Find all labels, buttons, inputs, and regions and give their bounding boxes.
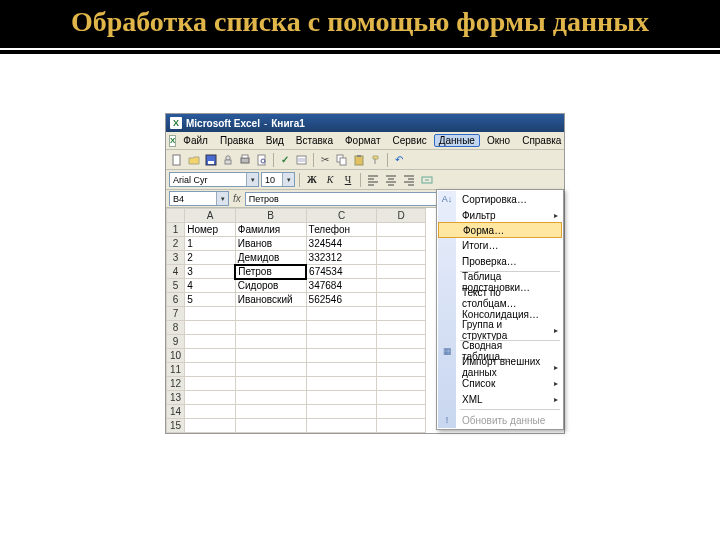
sheet-table[interactable]: A B C D 1НомерФамилияТелефон 21Иванов324… bbox=[166, 208, 426, 433]
toolbar-sep-2 bbox=[313, 153, 314, 167]
open-icon[interactable] bbox=[186, 152, 202, 168]
cut-icon[interactable]: ✂ bbox=[317, 152, 333, 168]
toolbar-sep-4 bbox=[299, 173, 300, 187]
menu-text-cols[interactable]: Текст по столбцам… bbox=[438, 290, 562, 306]
copy-icon[interactable] bbox=[334, 152, 350, 168]
size-combo[interactable]: 10 ▾ bbox=[261, 172, 295, 187]
pivot-icon: ▦ bbox=[441, 345, 453, 357]
chevron-down-icon[interactable]: ▾ bbox=[282, 173, 294, 186]
menu-window[interactable]: Окно bbox=[482, 134, 515, 147]
underline-button[interactable]: Ч bbox=[340, 172, 356, 188]
align-left-icon[interactable] bbox=[365, 172, 381, 188]
menubar[interactable]: X Файл Правка Вид Вставка Формат Сервис … bbox=[166, 132, 564, 150]
menu-file[interactable]: Файл bbox=[178, 134, 213, 147]
svg-rect-2 bbox=[208, 161, 214, 164]
table-row[interactable]: 1НомерФамилияТелефон bbox=[167, 223, 426, 237]
menu-form[interactable]: Форма… bbox=[438, 222, 562, 238]
refresh-icon: ! bbox=[441, 414, 453, 426]
select-all-corner[interactable] bbox=[167, 209, 185, 223]
menu-help[interactable]: Справка bbox=[517, 134, 566, 147]
menu-validate[interactable]: Проверка… bbox=[438, 253, 562, 269]
format-toolbar: Arial Cyr ▾ 10 ▾ Ж К Ч bbox=[166, 170, 564, 190]
menu-group[interactable]: Группа и структура ▸ bbox=[438, 322, 562, 338]
svg-rect-12 bbox=[355, 156, 363, 165]
col-header-a[interactable]: A bbox=[185, 209, 236, 223]
menu-edit[interactable]: Правка bbox=[215, 134, 259, 147]
toolbar-sep bbox=[273, 153, 274, 167]
font-combo[interactable]: Arial Cyr ▾ bbox=[169, 172, 259, 187]
bold-button[interactable]: Ж bbox=[304, 172, 320, 188]
italic-button[interactable]: К bbox=[322, 172, 338, 188]
submenu-arrow-icon: ▸ bbox=[554, 379, 558, 388]
slide-underline bbox=[0, 50, 720, 54]
menu-format[interactable]: Формат bbox=[340, 134, 386, 147]
menu-insert[interactable]: Вставка bbox=[291, 134, 338, 147]
svg-rect-4 bbox=[225, 160, 231, 164]
table-row[interactable]: 65Ивановский562546 bbox=[167, 293, 426, 307]
menu-tools[interactable]: Сервис bbox=[388, 134, 432, 147]
submenu-arrow-icon: ▸ bbox=[554, 211, 558, 220]
chevron-down-icon[interactable]: ▾ bbox=[216, 192, 228, 205]
name-box[interactable]: B4 ▾ bbox=[169, 191, 229, 206]
col-header-d[interactable]: D bbox=[377, 209, 426, 223]
menu-import[interactable]: Импорт внешних данных ▸ bbox=[438, 359, 562, 375]
table-row[interactable]: 21Иванов324544 bbox=[167, 237, 426, 251]
svg-rect-11 bbox=[340, 158, 346, 165]
menu-separator bbox=[460, 409, 560, 410]
app-name: Microsoft Excel bbox=[186, 118, 260, 129]
table-row[interactable]: 7 bbox=[167, 307, 426, 321]
preview-icon[interactable] bbox=[254, 152, 270, 168]
spell-icon[interactable]: ✓ bbox=[277, 152, 293, 168]
svg-rect-13 bbox=[357, 155, 361, 157]
permission-icon[interactable] bbox=[220, 152, 236, 168]
merge-icon[interactable] bbox=[419, 172, 435, 188]
slide-header: Обработка списка с помощью формы данных bbox=[0, 0, 720, 48]
toolbar-sep-3 bbox=[387, 153, 388, 167]
undo-icon[interactable]: ↶ bbox=[391, 152, 407, 168]
excel-doc-icon: X bbox=[169, 135, 176, 147]
print-icon[interactable] bbox=[237, 152, 253, 168]
table-row[interactable]: 11 bbox=[167, 363, 426, 377]
toolbar-sep-5 bbox=[360, 173, 361, 187]
col-header-c[interactable]: C bbox=[306, 209, 377, 223]
fx-icon[interactable]: fx bbox=[233, 193, 241, 204]
table-row[interactable]: 32Демидов332312 bbox=[167, 251, 426, 265]
menu-data[interactable]: Данные bbox=[434, 134, 480, 147]
paste-icon[interactable] bbox=[351, 152, 367, 168]
font-name: Arial Cyr bbox=[173, 175, 208, 185]
excel-window: X Microsoft Excel - Книга1 X Файл Правка… bbox=[165, 113, 565, 434]
table-row[interactable]: 43Петров674534 bbox=[167, 265, 426, 279]
active-cell[interactable]: Петров bbox=[235, 265, 306, 279]
new-icon[interactable] bbox=[169, 152, 185, 168]
table-row[interactable]: 13 bbox=[167, 391, 426, 405]
menu-itogi[interactable]: Итоги… bbox=[438, 237, 562, 253]
table-row[interactable]: 14 bbox=[167, 405, 426, 419]
menu-list[interactable]: Список ▸ bbox=[438, 375, 562, 391]
menu-xml[interactable]: XML ▸ bbox=[438, 391, 562, 407]
excel-app-icon: X bbox=[170, 117, 182, 129]
align-right-icon[interactable] bbox=[401, 172, 417, 188]
data-menu-dropdown[interactable]: A↓ Сортировка… Фильтр ▸ Форма… Итоги… Пр… bbox=[436, 189, 564, 430]
research-icon[interactable] bbox=[294, 152, 310, 168]
save-icon[interactable] bbox=[203, 152, 219, 168]
format-painter-icon[interactable] bbox=[368, 152, 384, 168]
formula-value: Петров bbox=[249, 194, 279, 204]
table-row[interactable]: 54Сидоров347684 bbox=[167, 279, 426, 293]
menu-filter[interactable]: Фильтр ▸ bbox=[438, 207, 562, 223]
col-header-b[interactable]: B bbox=[235, 209, 306, 223]
font-size: 10 bbox=[265, 175, 275, 185]
table-row[interactable]: 12 bbox=[167, 377, 426, 391]
svg-rect-0 bbox=[173, 155, 180, 165]
submenu-arrow-icon: ▸ bbox=[554, 363, 558, 372]
table-row[interactable]: 8 bbox=[167, 321, 426, 335]
align-center-icon[interactable] bbox=[383, 172, 399, 188]
menu-view[interactable]: Вид bbox=[261, 134, 289, 147]
submenu-arrow-icon: ▸ bbox=[554, 326, 558, 335]
chevron-down-icon[interactable]: ▾ bbox=[246, 173, 258, 186]
table-row[interactable]: 9 bbox=[167, 335, 426, 349]
doc-name: Книга1 bbox=[271, 118, 305, 129]
table-row[interactable]: 15 bbox=[167, 419, 426, 433]
svg-rect-5 bbox=[241, 158, 249, 163]
table-row[interactable]: 10 bbox=[167, 349, 426, 363]
menu-sort[interactable]: A↓ Сортировка… bbox=[438, 191, 562, 207]
